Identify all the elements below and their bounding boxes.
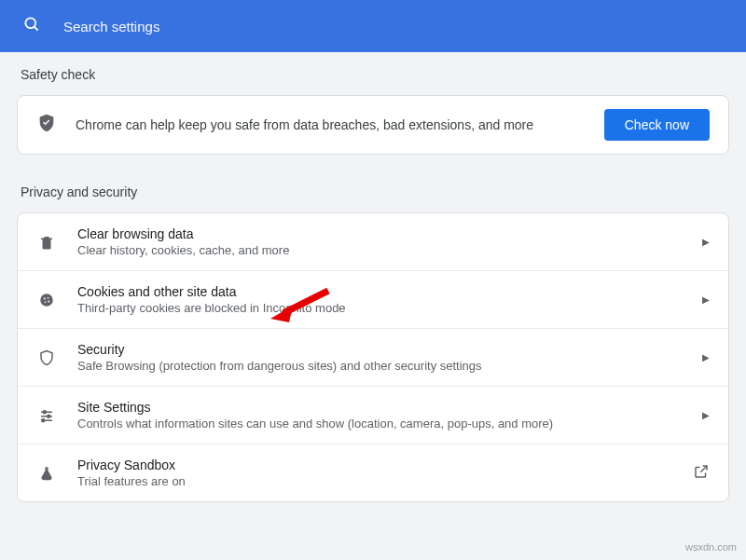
safety-check-card: Chrome can help keep you safe from data …	[17, 95, 729, 155]
cookie-icon	[36, 292, 57, 308]
item-sub: Controls what information sites can use …	[77, 417, 682, 430]
watermark: wsxdn.com	[685, 541, 737, 553]
chevron-right-icon: ▶	[702, 352, 710, 362]
search-icon	[22, 15, 41, 37]
item-title: Privacy Sandbox	[77, 458, 672, 472]
chevron-right-icon: ▶	[702, 294, 710, 305]
chevron-right-icon: ▶	[702, 410, 710, 420]
safety-check-label: Safety check	[21, 67, 729, 82]
privacy-security-card: Clear browsing data Clear history, cooki…	[17, 212, 729, 502]
item-title: Cookies and other site data	[77, 284, 682, 299]
svg-point-3	[44, 297, 46, 299]
svg-point-2	[40, 294, 53, 307]
chevron-right-icon: ▶	[702, 237, 710, 247]
cookies-item[interactable]: Cookies and other site data Third-party …	[18, 271, 728, 329]
svg-point-6	[48, 300, 49, 302]
check-now-button[interactable]: Check now	[604, 109, 710, 141]
item-title: Clear browsing data	[77, 226, 682, 241]
item-sub: Trial features are on	[77, 474, 672, 488]
security-item[interactable]: Security Safe Browsing (protection from …	[18, 329, 728, 387]
privacy-sandbox-item[interactable]: Privacy Sandbox Trial features are on	[18, 444, 728, 501]
svg-line-1	[35, 27, 38, 31]
safety-check-text: Chrome can help keep you safe from data …	[76, 117, 586, 132]
svg-point-5	[45, 301, 47, 303]
clear-browsing-data-item[interactable]: Clear browsing data Clear history, cooki…	[18, 213, 728, 271]
shield-check-icon	[36, 113, 57, 137]
svg-point-0	[25, 18, 35, 28]
shield-icon	[36, 349, 57, 366]
sliders-icon	[36, 407, 57, 424]
item-sub: Safe Browsing (protection from dangerous…	[77, 359, 682, 373]
flask-icon	[36, 465, 57, 482]
trash-icon	[36, 234, 57, 251]
svg-point-8	[43, 410, 46, 413]
search-input[interactable]	[63, 19, 724, 34]
item-sub: Third-party cookies are blocked in Incog…	[77, 301, 682, 315]
open-in-new-icon	[693, 463, 710, 484]
item-title: Security	[77, 342, 682, 357]
search-bar	[0, 0, 746, 52]
svg-point-12	[42, 418, 45, 421]
item-sub: Clear history, cookies, cache, and more	[77, 243, 682, 257]
item-title: Site Settings	[77, 400, 682, 415]
site-settings-item[interactable]: Site Settings Controls what information …	[18, 387, 728, 444]
privacy-security-label: Privacy and security	[21, 184, 729, 199]
svg-point-4	[48, 296, 49, 298]
svg-point-10	[48, 415, 50, 417]
